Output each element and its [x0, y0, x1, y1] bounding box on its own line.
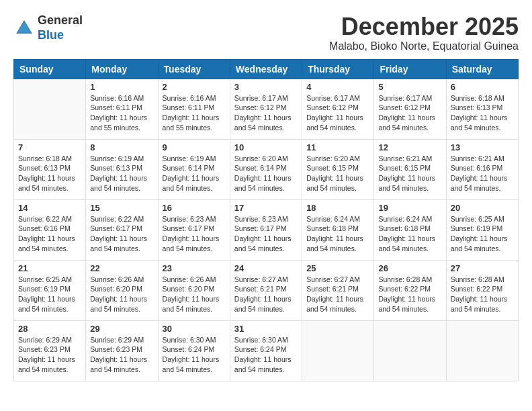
day-number: 11: [306, 142, 369, 152]
logo-blue-text: Blue: [38, 28, 64, 42]
day-info: Sunrise: 6:25 AM Sunset: 6:19 PM Dayligh…: [18, 275, 81, 314]
day-number: 26: [378, 263, 441, 273]
day-info: Sunrise: 6:21 AM Sunset: 6:15 PM Dayligh…: [378, 154, 441, 193]
calendar-cell: 4Sunrise: 6:17 AM Sunset: 6:12 PM Daylig…: [302, 79, 374, 139]
calendar-cell: 30Sunrise: 6:30 AM Sunset: 6:24 PM Dayli…: [158, 320, 230, 381]
day-number: 13: [451, 142, 514, 152]
calendar-cell: 15Sunrise: 6:22 AM Sunset: 6:17 PM Dayli…: [86, 199, 158, 260]
calendar-cell: [374, 320, 446, 381]
month-year-title: December 2025: [329, 13, 519, 40]
day-number: 5: [378, 82, 441, 92]
day-header-saturday: Saturday: [446, 59, 518, 79]
day-info: Sunrise: 6:27 AM Sunset: 6:21 PM Dayligh…: [306, 275, 369, 314]
day-info: Sunrise: 6:25 AM Sunset: 6:19 PM Dayligh…: [451, 214, 514, 254]
day-header-tuesday: Tuesday: [158, 59, 230, 79]
day-number: 17: [234, 203, 298, 213]
day-info: Sunrise: 6:18 AM Sunset: 6:13 PM Dayligh…: [451, 93, 514, 133]
day-number: 25: [306, 263, 369, 273]
calendar-cell: 3Sunrise: 6:17 AM Sunset: 6:12 PM Daylig…: [230, 79, 302, 139]
logo: General Blue: [13, 13, 83, 42]
day-number: 7: [18, 142, 81, 152]
logo-general-text: General: [38, 13, 83, 27]
day-number: 18: [306, 203, 369, 213]
day-number: 14: [18, 203, 81, 213]
calendar-cell: 22Sunrise: 6:26 AM Sunset: 6:20 PM Dayli…: [86, 260, 158, 320]
day-info: Sunrise: 6:19 AM Sunset: 6:14 PM Dayligh…: [163, 154, 226, 193]
calendar-cell: 31Sunrise: 6:30 AM Sunset: 6:24 PM Dayli…: [230, 320, 302, 381]
calendar-cell: 23Sunrise: 6:26 AM Sunset: 6:20 PM Dayli…: [158, 260, 230, 320]
calendar-cell: [446, 320, 518, 381]
day-info: Sunrise: 6:23 AM Sunset: 6:17 PM Dayligh…: [234, 214, 298, 254]
calendar-header-row: SundayMondayTuesdayWednesdayThursdayFrid…: [14, 59, 519, 79]
calendar-cell: 2Sunrise: 6:16 AM Sunset: 6:11 PM Daylig…: [158, 79, 230, 139]
day-number: 8: [90, 142, 153, 152]
calendar-cell: 12Sunrise: 6:21 AM Sunset: 6:15 PM Dayli…: [374, 139, 446, 199]
calendar-cell: 27Sunrise: 6:28 AM Sunset: 6:22 PM Dayli…: [446, 260, 518, 320]
day-info: Sunrise: 6:18 AM Sunset: 6:13 PM Dayligh…: [18, 154, 81, 193]
calendar-cell: 17Sunrise: 6:23 AM Sunset: 6:17 PM Dayli…: [230, 199, 302, 260]
day-info: Sunrise: 6:22 AM Sunset: 6:17 PM Dayligh…: [90, 214, 153, 254]
day-number: 23: [163, 263, 226, 273]
calendar-cell: 1Sunrise: 6:16 AM Sunset: 6:11 PM Daylig…: [86, 79, 158, 139]
day-info: Sunrise: 6:17 AM Sunset: 6:12 PM Dayligh…: [306, 93, 369, 133]
day-number: 21: [18, 263, 81, 273]
day-number: 24: [234, 263, 298, 273]
day-number: 15: [90, 203, 153, 213]
calendar-table: SundayMondayTuesdayWednesdayThursdayFrid…: [13, 59, 519, 381]
day-number: 10: [234, 142, 298, 152]
title-section: December 2025 Malabo, Bioko Norte, Equat…: [329, 13, 519, 52]
day-number: 4: [306, 82, 369, 92]
day-number: 20: [451, 203, 514, 213]
day-number: 27: [451, 263, 514, 273]
logo-icon: [13, 17, 35, 39]
day-info: Sunrise: 6:26 AM Sunset: 6:20 PM Dayligh…: [163, 275, 226, 314]
calendar-cell: 18Sunrise: 6:24 AM Sunset: 6:18 PM Dayli…: [302, 199, 374, 260]
day-number: 12: [378, 142, 441, 152]
logo-text: General Blue: [38, 13, 83, 42]
calendar-cell: 7Sunrise: 6:18 AM Sunset: 6:13 PM Daylig…: [14, 139, 86, 199]
day-info: Sunrise: 6:19 AM Sunset: 6:13 PM Dayligh…: [90, 154, 153, 193]
day-info: Sunrise: 6:26 AM Sunset: 6:20 PM Dayligh…: [90, 275, 153, 314]
week-row-4: 21Sunrise: 6:25 AM Sunset: 6:19 PM Dayli…: [14, 260, 519, 320]
calendar-cell: 11Sunrise: 6:20 AM Sunset: 6:15 PM Dayli…: [302, 139, 374, 199]
day-info: Sunrise: 6:24 AM Sunset: 6:18 PM Dayligh…: [378, 214, 441, 254]
week-row-5: 28Sunrise: 6:29 AM Sunset: 6:23 PM Dayli…: [14, 320, 519, 381]
day-info: Sunrise: 6:21 AM Sunset: 6:16 PM Dayligh…: [451, 154, 514, 193]
calendar-cell: 5Sunrise: 6:17 AM Sunset: 6:12 PM Daylig…: [374, 79, 446, 139]
calendar-cell: 10Sunrise: 6:20 AM Sunset: 6:14 PM Dayli…: [230, 139, 302, 199]
day-number: 19: [378, 203, 441, 213]
day-header-friday: Friday: [374, 59, 446, 79]
calendar-cell: 26Sunrise: 6:28 AM Sunset: 6:22 PM Dayli…: [374, 260, 446, 320]
day-info: Sunrise: 6:16 AM Sunset: 6:11 PM Dayligh…: [90, 93, 153, 133]
day-info: Sunrise: 6:20 AM Sunset: 6:15 PM Dayligh…: [306, 154, 369, 193]
calendar-cell: 21Sunrise: 6:25 AM Sunset: 6:19 PM Dayli…: [14, 260, 86, 320]
day-info: Sunrise: 6:29 AM Sunset: 6:23 PM Dayligh…: [90, 335, 153, 375]
day-info: Sunrise: 6:24 AM Sunset: 6:18 PM Dayligh…: [306, 214, 369, 254]
week-row-3: 14Sunrise: 6:22 AM Sunset: 6:16 PM Dayli…: [14, 199, 519, 260]
day-header-sunday: Sunday: [14, 59, 86, 79]
day-number: 1: [90, 82, 153, 92]
day-number: 3: [234, 82, 298, 92]
calendar-cell: 24Sunrise: 6:27 AM Sunset: 6:21 PM Dayli…: [230, 260, 302, 320]
calendar-cell: 14Sunrise: 6:22 AM Sunset: 6:16 PM Dayli…: [14, 199, 86, 260]
calendar-cell: 6Sunrise: 6:18 AM Sunset: 6:13 PM Daylig…: [446, 79, 518, 139]
calendar-cell: 20Sunrise: 6:25 AM Sunset: 6:19 PM Dayli…: [446, 199, 518, 260]
day-header-monday: Monday: [86, 59, 158, 79]
day-info: Sunrise: 6:29 AM Sunset: 6:23 PM Dayligh…: [18, 335, 81, 375]
day-number: 9: [163, 142, 226, 152]
day-info: Sunrise: 6:23 AM Sunset: 6:17 PM Dayligh…: [163, 214, 226, 254]
day-number: 22: [90, 263, 153, 273]
calendar-cell: 25Sunrise: 6:27 AM Sunset: 6:21 PM Dayli…: [302, 260, 374, 320]
day-header-wednesday: Wednesday: [230, 59, 302, 79]
calendar-cell: 9Sunrise: 6:19 AM Sunset: 6:14 PM Daylig…: [158, 139, 230, 199]
calendar-cell: 29Sunrise: 6:29 AM Sunset: 6:23 PM Dayli…: [86, 320, 158, 381]
calendar-cell: 8Sunrise: 6:19 AM Sunset: 6:13 PM Daylig…: [86, 139, 158, 199]
day-number: 31: [234, 324, 298, 334]
week-row-2: 7Sunrise: 6:18 AM Sunset: 6:13 PM Daylig…: [14, 139, 519, 199]
day-info: Sunrise: 6:30 AM Sunset: 6:24 PM Dayligh…: [163, 335, 226, 375]
day-info: Sunrise: 6:28 AM Sunset: 6:22 PM Dayligh…: [378, 275, 441, 314]
day-info: Sunrise: 6:22 AM Sunset: 6:16 PM Dayligh…: [18, 214, 81, 254]
day-number: 29: [90, 324, 153, 334]
day-info: Sunrise: 6:30 AM Sunset: 6:24 PM Dayligh…: [234, 335, 298, 375]
calendar-cell: [14, 79, 86, 139]
